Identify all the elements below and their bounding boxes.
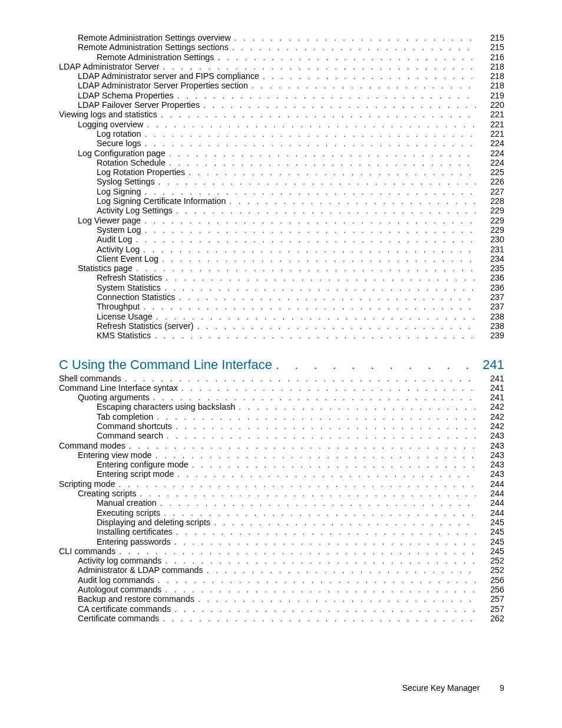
toc-entry-title: Executing scripts xyxy=(97,508,160,518)
toc-entry[interactable]: Escaping characters using backslash242 xyxy=(59,402,504,411)
leader-dots xyxy=(141,216,476,225)
toc-entry[interactable]: Shell commands241 xyxy=(59,374,504,383)
toc-block-b: Shell commands241Command Line Interface … xyxy=(59,374,504,624)
toc-entry-title: Log rotation xyxy=(97,129,141,139)
toc-entry[interactable]: Syslog Settings226 xyxy=(59,177,504,186)
toc-entry[interactable]: Audit log commands256 xyxy=(59,575,504,585)
toc-entry-title: Viewing logs and statistics xyxy=(59,110,157,119)
toc-entry[interactable]: Command shortcuts242 xyxy=(59,421,504,431)
toc-entry[interactable]: CLI commands245 xyxy=(59,546,504,556)
toc-entry-page: 229 xyxy=(476,225,504,235)
toc-entry-page: 245 xyxy=(476,537,504,546)
toc-entry-title: Log Rotation Properties xyxy=(97,167,185,177)
toc-entry[interactable]: Connection Statistics237 xyxy=(59,292,504,302)
toc-entry[interactable]: Refresh Statistics (server)238 xyxy=(59,321,504,331)
toc-entry-page: 243 xyxy=(476,431,504,440)
toc-entry[interactable]: Autologout commands256 xyxy=(59,585,504,594)
toc-entry[interactable]: LDAP Administrator Server Properties sec… xyxy=(59,81,504,90)
toc-entry-page: 243 xyxy=(476,441,504,450)
toc-entry[interactable]: Audit Log230 xyxy=(59,235,504,244)
toc-entry-title: LDAP Administrator Server Properties sec… xyxy=(78,81,248,90)
toc-entry[interactable]: Log Rotation Properties225 xyxy=(59,167,504,177)
toc-entry-page: 252 xyxy=(476,565,504,575)
toc-entry[interactable]: Secure logs224 xyxy=(59,139,504,148)
toc-entry[interactable]: CA certificate commands257 xyxy=(59,604,504,614)
toc-entry-page: 218 xyxy=(476,71,504,81)
leader-dots xyxy=(157,498,476,508)
toc-entry[interactable]: Log Signing Certificate Information228 xyxy=(59,196,504,206)
toc-entry-page: 230 xyxy=(476,235,504,244)
toc-entry[interactable]: Entering configure mode243 xyxy=(59,460,504,469)
toc-entry[interactable]: Remote Administration Settings overview2… xyxy=(59,33,504,42)
toc-entry[interactable]: Scripting mode244 xyxy=(59,479,504,489)
toc-entry[interactable]: Certificate commands262 xyxy=(59,614,504,623)
leader-dots xyxy=(173,527,476,536)
toc-entry-title: Administrator & LDAP commands xyxy=(78,565,203,575)
leader-dots xyxy=(133,263,476,273)
toc-entry[interactable]: License Usage238 xyxy=(59,312,504,321)
toc-entry[interactable]: Logging overview221 xyxy=(59,120,504,129)
toc-entry-title: Remote Administration Settings overview xyxy=(78,33,231,42)
leader-dots xyxy=(141,225,477,235)
toc-entry[interactable]: Refresh Statistics236 xyxy=(59,273,504,282)
toc-entry[interactable]: LDAP Failover Server Properties220 xyxy=(59,100,504,110)
toc-entry[interactable]: Client Event Log234 xyxy=(59,254,504,263)
toc-entry[interactable]: Log Configuration page224 xyxy=(59,149,504,158)
toc-entry-title: Connection Statistics xyxy=(97,292,176,302)
toc-entry-page: 243 xyxy=(476,460,504,469)
toc-entry-page: 221 xyxy=(476,120,504,129)
toc-entry[interactable]: Command search243 xyxy=(59,431,504,440)
leader-dots xyxy=(141,187,476,196)
toc-entry[interactable]: Log Viewer page229 xyxy=(59,216,504,225)
toc-entry[interactable]: System Log229 xyxy=(59,225,504,235)
toc-entry[interactable]: Command modes243 xyxy=(59,441,504,450)
toc-entry-title: Command search xyxy=(97,431,163,440)
toc-entry[interactable]: LDAP Administrator server and FIPS compl… xyxy=(59,71,504,81)
toc-entry-title: Creating scripts xyxy=(78,489,136,498)
footer-page-number: 9 xyxy=(500,683,504,693)
toc-entry[interactable]: Activity Log231 xyxy=(59,245,504,254)
toc-entry[interactable]: Throughput237 xyxy=(59,302,504,311)
toc-entry-page: 245 xyxy=(476,518,504,527)
leader-dots xyxy=(174,91,476,100)
chapter-heading[interactable]: C Using the Command Line Interface 241 xyxy=(59,357,504,373)
toc-entry[interactable]: Installing certificates245 xyxy=(59,527,504,536)
leader-dots xyxy=(171,537,476,546)
toc-entry[interactable]: Quoting arguments241 xyxy=(59,393,504,402)
toc-entry[interactable]: LDAP Administrator Server218 xyxy=(59,62,504,71)
toc-entry[interactable]: Entering passwords245 xyxy=(59,537,504,546)
toc-entry-title: Scripting mode xyxy=(59,479,115,489)
leader-dots xyxy=(160,508,476,518)
toc-entry[interactable]: Entering view mode243 xyxy=(59,450,504,460)
toc-entry[interactable]: Remote Administration Settings216 xyxy=(59,52,504,62)
leader-dots xyxy=(200,100,476,110)
toc-entry[interactable]: Tab completion242 xyxy=(59,412,504,421)
toc-entry[interactable]: Manual creation244 xyxy=(59,498,504,508)
toc-entry[interactable]: Backup and restore commands257 xyxy=(59,594,504,604)
toc-entry[interactable]: Activity Log Settings229 xyxy=(59,206,504,215)
toc-entry-page: 244 xyxy=(476,498,504,508)
toc-entry-title: License Usage xyxy=(97,312,153,321)
toc-entry[interactable]: Log Signing227 xyxy=(59,187,504,196)
toc-entry[interactable]: Activity log commands252 xyxy=(59,556,504,565)
toc-entry[interactable]: Command Line Interface syntax241 xyxy=(59,383,504,393)
toc-entry[interactable]: Viewing logs and statistics221 xyxy=(59,110,504,119)
toc-entry[interactable]: Log rotation221 xyxy=(59,129,504,139)
leader-dots xyxy=(153,412,476,421)
toc-entry[interactable]: System Statistics236 xyxy=(59,283,504,292)
toc-entry[interactable]: Remote Administration Settings sections2… xyxy=(59,42,504,52)
toc-entry[interactable]: Creating scripts244 xyxy=(59,489,504,498)
toc-entry[interactable]: Entering script mode243 xyxy=(59,469,504,479)
toc-entry-page: 257 xyxy=(476,594,504,604)
toc-entry[interactable]: Rotation Schedule224 xyxy=(59,158,504,167)
toc-entry[interactable]: Executing scripts244 xyxy=(59,508,504,518)
toc-entry[interactable]: Displaying and deleting scripts245 xyxy=(59,518,504,527)
footer-title: Secure Key Manager xyxy=(402,683,480,693)
toc-entry-page: 243 xyxy=(476,469,504,479)
toc-entry[interactable]: Statistics page235 xyxy=(59,263,504,273)
toc-entry[interactable]: KMS Statistics239 xyxy=(59,331,504,340)
toc-entry[interactable]: Administrator & LDAP commands252 xyxy=(59,565,504,575)
toc-entry-page: 216 xyxy=(476,52,504,62)
toc-entry[interactable]: LDAP Schema Properties219 xyxy=(59,91,504,100)
toc-entry-title: Quoting arguments xyxy=(78,393,150,402)
